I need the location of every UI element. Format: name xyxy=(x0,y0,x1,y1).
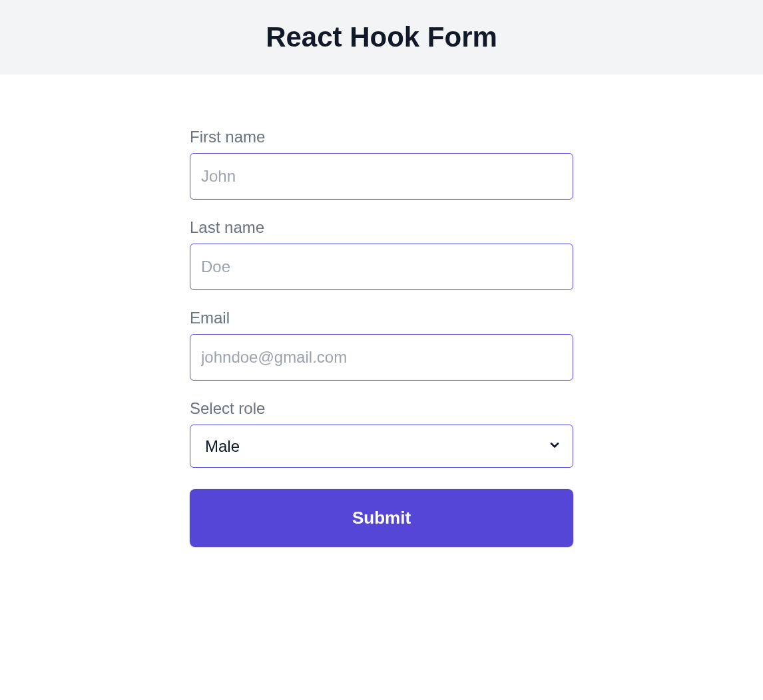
role-field-group: Select role Male xyxy=(190,399,573,468)
role-label: Select role xyxy=(190,399,573,418)
last-name-field-group: Last name xyxy=(190,218,573,290)
role-select-wrap: Male xyxy=(190,425,573,468)
email-field-group: Email xyxy=(190,309,573,381)
first-name-input[interactable] xyxy=(190,153,573,200)
last-name-label: Last name xyxy=(190,218,573,237)
email-label: Email xyxy=(190,309,573,327)
role-select[interactable]: Male xyxy=(190,425,573,468)
first-name-label: First name xyxy=(190,128,573,146)
last-name-input[interactable] xyxy=(190,244,573,290)
submit-button[interactable]: Submit xyxy=(190,489,573,547)
first-name-field-group: First name xyxy=(190,128,573,200)
email-input[interactable] xyxy=(190,334,573,381)
page-title: React Hook Form xyxy=(0,21,763,53)
form-container: First name Last name Email Select role M… xyxy=(190,75,573,574)
page-header: React Hook Form xyxy=(0,0,763,75)
